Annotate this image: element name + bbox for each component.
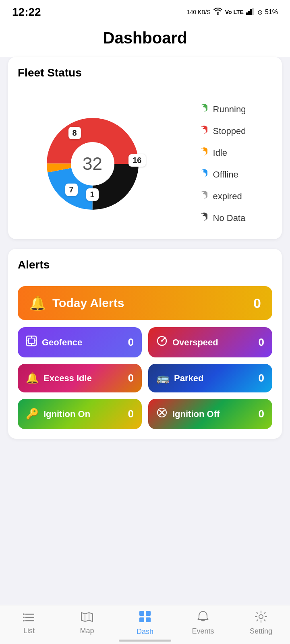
legend-item-running: Running	[194, 102, 246, 117]
ignition-off-icon	[156, 407, 168, 421]
legend-label-expired: expired	[213, 191, 242, 202]
alert-grid: Geofence 0 Overspeed 0 🔔 Excess Idle	[18, 327, 272, 429]
status-bar: 12:22 140 KB/S Vo LTE ⊙ 51%	[0, 0, 290, 21]
donut-badge-stopped: 8	[68, 127, 81, 139]
svg-rect-28	[139, 611, 144, 616]
status-icons: 140 KB/S Vo LTE ⊙ 51%	[187, 8, 278, 17]
overspeed-label: Overspeed	[172, 337, 218, 348]
geofence-icon	[26, 335, 37, 349]
today-alert-label: Today Alerts	[52, 296, 124, 310]
svg-rect-29	[146, 611, 151, 616]
donut-total: 32	[83, 154, 102, 173]
alerts-divider	[18, 278, 272, 278]
excess-idle-button[interactable]: 🔔 Excess Idle 0	[18, 364, 142, 392]
ignition-on-button[interactable]: 🔑 Ignition On 0	[18, 399, 142, 429]
svg-point-22	[23, 613, 25, 615]
parked-button[interactable]: 🚌 Parked 0	[148, 364, 272, 392]
donut-chart: 32 8 16 7 1	[44, 116, 141, 212]
nav-dash[interactable]: Dash	[129, 610, 161, 636]
divider	[18, 86, 272, 86]
nav-dash-label: Dash	[137, 627, 153, 636]
donut-badge-idle: 1	[86, 188, 99, 201]
legend-item-expired: expired	[194, 189, 246, 204]
nav-map-label: Map	[80, 627, 94, 635]
alerts-title: Alerts	[18, 258, 272, 271]
geofence-button[interactable]: Geofence 0	[18, 327, 142, 357]
overspeed-count: 0	[259, 336, 264, 349]
nav-events[interactable]: Events	[187, 611, 219, 636]
svg-rect-0	[246, 12, 248, 15]
wifi-icon	[213, 8, 223, 17]
alerts-card: Alerts 🔔 Today Alerts 0 Geofence 0	[8, 249, 282, 439]
svg-rect-31	[146, 617, 151, 622]
idle-icon	[194, 146, 208, 160]
offline-icon	[194, 167, 208, 182]
overspeed-button[interactable]: Overspeed 0	[148, 327, 272, 357]
svg-point-33	[259, 615, 263, 619]
legend-item-stopped: Stopped	[194, 124, 246, 138]
legend-label-stopped: Stopped	[213, 126, 246, 136]
expired-icon	[194, 189, 208, 204]
ignition-on-label: Ignition On	[44, 409, 90, 419]
nav-setting-label: Setting	[250, 627, 272, 636]
nav-map[interactable]: Map	[71, 611, 103, 635]
fleet-status-card: Fleet Status	[8, 57, 282, 239]
signal-icon	[246, 8, 255, 17]
home-indicator	[119, 640, 171, 642]
overspeed-icon	[156, 335, 168, 349]
parked-count: 0	[259, 372, 264, 384]
svg-rect-10	[29, 338, 34, 344]
fleet-legend: Running Stopped Idle	[194, 102, 246, 225]
donut-center: 32	[83, 154, 102, 174]
nav-events-label: Events	[192, 627, 214, 636]
page-header: Dashboard	[0, 21, 290, 57]
running-icon	[194, 102, 208, 117]
map-icon	[81, 611, 93, 625]
geofence-label: Geofence	[42, 337, 82, 348]
svg-rect-1	[248, 11, 250, 15]
ignition-off-button[interactable]: Ignition Off 0	[148, 399, 272, 429]
today-alerts-button[interactable]: 🔔 Today Alerts 0	[18, 286, 272, 320]
legend-label-running: Running	[213, 104, 246, 115]
events-icon	[197, 611, 209, 625]
svg-point-23	[23, 617, 25, 618]
bottom-nav: List Map Dash Events Setting	[0, 605, 290, 644]
nav-list[interactable]: List	[13, 611, 45, 635]
donut-badge-running: 16	[128, 154, 145, 167]
svg-point-17	[161, 340, 163, 342]
legend-label-offline: Offline	[213, 169, 238, 180]
svg-rect-3	[252, 8, 254, 15]
excess-idle-label: Excess Idle	[44, 373, 92, 384]
excess-idle-icon: 🔔	[26, 372, 39, 384]
nodata-icon	[194, 211, 208, 225]
parked-label: Parked	[174, 373, 203, 384]
today-alert-bell-icon: 🔔	[29, 295, 46, 311]
ignition-on-icon: 🔑	[26, 408, 39, 420]
ignition-off-label: Ignition Off	[172, 409, 220, 419]
legend-label-idle: Idle	[213, 148, 227, 158]
today-alert-count: 0	[253, 295, 261, 311]
legend-item-offline: Offline	[194, 167, 246, 182]
legend-item-idle: Idle	[194, 146, 246, 160]
stopped-icon	[194, 124, 208, 138]
svg-rect-30	[139, 617, 144, 622]
nav-setting[interactable]: Setting	[245, 611, 277, 636]
ignition-on-count: 0	[128, 408, 134, 420]
status-time: 12:22	[12, 6, 41, 19]
svg-rect-2	[250, 9, 252, 15]
donut-badge-offline: 7	[65, 184, 78, 196]
legend-label-nodata: No Data	[213, 213, 246, 223]
excess-idle-count: 0	[128, 372, 134, 384]
dash-icon	[139, 610, 151, 626]
geofence-count: 0	[128, 336, 134, 349]
lte-icon: Vo LTE	[225, 9, 244, 15]
legend-item-nodata: No Data	[194, 211, 246, 225]
ignition-off-count: 0	[259, 408, 264, 420]
svg-point-24	[23, 620, 25, 621]
network-speed: 140 KB/S	[187, 9, 211, 16]
battery-percent: 51%	[265, 8, 278, 16]
battery-icon: ⊙	[257, 8, 263, 16]
page-title: Dashboard	[0, 29, 290, 47]
fleet-content: 32 8 16 7 1 Running	[18, 94, 272, 229]
svg-marker-25	[81, 613, 93, 621]
